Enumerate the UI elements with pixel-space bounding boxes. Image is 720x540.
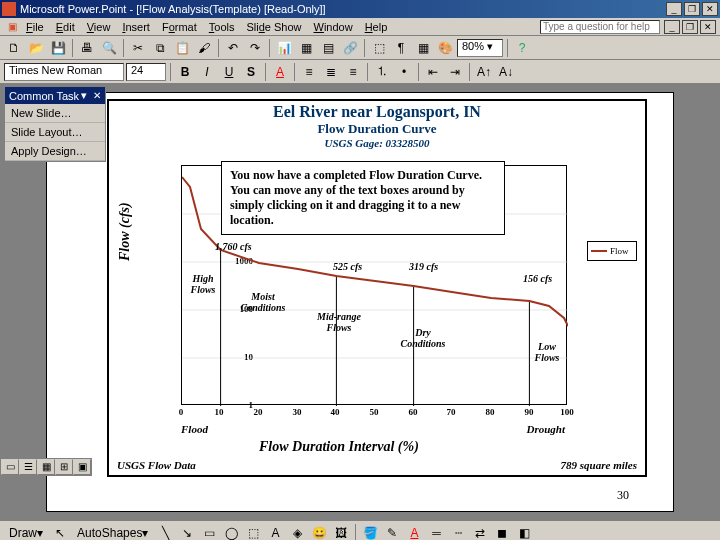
taskpane-slide-layout[interactable]: Slide Layout…	[5, 123, 105, 142]
menu-slideshow[interactable]: Slide Show	[240, 20, 307, 34]
save-icon[interactable]: 💾	[48, 38, 68, 58]
menu-tools[interactable]: Tools	[203, 20, 241, 34]
align-center-icon[interactable]: ≣	[321, 62, 341, 82]
chart-legend: Flow	[587, 241, 637, 261]
menu-insert[interactable]: Insert	[116, 20, 156, 34]
fill-color-icon[interactable]: 🪣	[360, 523, 380, 541]
decrease-font-icon[interactable]: A↓	[496, 62, 516, 82]
slideshow-view-icon[interactable]: ▣	[73, 459, 91, 475]
taskpane-new-slide[interactable]: New Slide…	[5, 104, 105, 123]
3d-icon[interactable]: ◧	[514, 523, 534, 541]
chart-frame[interactable]: Eel River near Logansport, IN Flow Durat…	[107, 99, 647, 477]
slide-canvas[interactable]: Eel River near Logansport, IN Flow Durat…	[46, 92, 674, 512]
decrease-indent-icon[interactable]: ⇤	[423, 62, 443, 82]
bullets-icon[interactable]: •	[394, 62, 414, 82]
shadow-button[interactable]: S	[241, 62, 261, 82]
hyperlink-icon[interactable]: 🔗	[340, 38, 360, 58]
instruction-callout[interactable]: You now have a completed Flow Duration C…	[221, 161, 505, 235]
value-319: 319 cfs	[409, 261, 438, 272]
grid-icon[interactable]: ▦	[413, 38, 433, 58]
workspace: Common Task▾ ✕ New Slide… Slide Layout… …	[0, 84, 720, 520]
chart-icon[interactable]: 📊	[274, 38, 294, 58]
dash-style-icon[interactable]: ┄	[448, 523, 468, 541]
textbox-icon[interactable]: ⬚	[243, 523, 263, 541]
doc-control-icon[interactable]: ▣	[4, 20, 20, 34]
undo-icon[interactable]: ↶	[223, 38, 243, 58]
taskpane-apply-design[interactable]: Apply Design…	[5, 142, 105, 161]
redo-icon[interactable]: ↷	[245, 38, 265, 58]
draw-menu[interactable]: Draw ▾	[4, 523, 48, 541]
table-icon[interactable]: ▦	[296, 38, 316, 58]
show-formatting-icon[interactable]: ¶	[391, 38, 411, 58]
taskpane-header[interactable]: Common Task▾ ✕	[5, 87, 105, 104]
value-525: 525 cfs	[333, 261, 362, 272]
minimize-button[interactable]: _	[666, 2, 682, 16]
doc-minimize-button[interactable]: _	[664, 20, 680, 34]
format-painter-icon[interactable]: 🖌	[194, 38, 214, 58]
increase-indent-icon[interactable]: ⇥	[445, 62, 465, 82]
copy-icon[interactable]: ⧉	[150, 38, 170, 58]
new-icon[interactable]: 🗋	[4, 38, 24, 58]
fontsize-select[interactable]: 24	[126, 63, 166, 81]
xtick-10: 10	[215, 407, 224, 417]
increase-font-icon[interactable]: A↑	[474, 62, 494, 82]
menu-file[interactable]: File	[20, 20, 50, 34]
restore-button[interactable]: ❐	[684, 2, 700, 16]
toolbar-drawing: Draw ▾ ↖ AutoShapes ▾ ╲ ↘ ▭ ◯ ⬚ A ◈ 😀 🖼 …	[0, 520, 720, 540]
taskpane-close-icon[interactable]: ✕	[93, 90, 101, 101]
color-icon[interactable]: 🎨	[435, 38, 455, 58]
print-icon[interactable]: 🖶	[77, 38, 97, 58]
rect-icon[interactable]: ▭	[199, 523, 219, 541]
menu-edit[interactable]: Edit	[50, 20, 81, 34]
numbered-list-icon[interactable]: ⒈	[372, 62, 392, 82]
doc-restore-button[interactable]: ❐	[682, 20, 698, 34]
preview-icon[interactable]: 🔍	[99, 38, 119, 58]
tables-borders-icon[interactable]: ▤	[318, 38, 338, 58]
font-color-draw-icon[interactable]: A	[404, 523, 424, 541]
expand-icon[interactable]: ⬚	[369, 38, 389, 58]
autoshapes-menu[interactable]: AutoShapes ▾	[72, 523, 153, 541]
close-button[interactable]: ✕	[702, 2, 718, 16]
help-search-input[interactable]	[540, 20, 660, 34]
menu-window[interactable]: Window	[308, 20, 359, 34]
xtick-30: 30	[293, 407, 302, 417]
bold-button[interactable]: B	[175, 62, 195, 82]
menu-format[interactable]: Format	[156, 20, 203, 34]
line-icon[interactable]: ╲	[155, 523, 175, 541]
oval-icon[interactable]: ◯	[221, 523, 241, 541]
font-select[interactable]: Times New Roman	[4, 63, 124, 81]
zoom-select[interactable]: 80% ▾	[457, 39, 503, 57]
select-arrow-icon[interactable]: ↖	[50, 523, 70, 541]
label-area: 789 square miles	[561, 459, 637, 471]
menu-view[interactable]: View	[81, 20, 117, 34]
fontcolor-button[interactable]: A	[270, 62, 290, 82]
doc-title: [!Flow Analysis(Template) [Read-Only]]	[136, 3, 326, 15]
line-style-icon[interactable]: ═	[426, 523, 446, 541]
picture-icon[interactable]: 🖼	[331, 523, 351, 541]
region-moist: Moist Conditions	[233, 291, 293, 313]
clipart-icon[interactable]: 😀	[309, 523, 329, 541]
paste-icon[interactable]: 📋	[172, 38, 192, 58]
underline-button[interactable]: U	[219, 62, 239, 82]
region-midrange: Mid-range Flows	[309, 311, 369, 333]
menu-help[interactable]: Help	[359, 20, 394, 34]
shadow-icon[interactable]: ◼	[492, 523, 512, 541]
align-left-icon[interactable]: ≡	[299, 62, 319, 82]
open-icon[interactable]: 📂	[26, 38, 46, 58]
normal-view-icon[interactable]: ▭	[1, 459, 19, 475]
line-color-icon[interactable]: ✎	[382, 523, 402, 541]
slide-view-icon[interactable]: ▦	[37, 459, 55, 475]
cut-icon[interactable]: ✂	[128, 38, 148, 58]
diagram-icon[interactable]: ◈	[287, 523, 307, 541]
sorter-view-icon[interactable]: ⊞	[55, 459, 73, 475]
arrow-icon[interactable]: ↘	[177, 523, 197, 541]
wordart-icon[interactable]: A	[265, 523, 285, 541]
outline-view-icon[interactable]: ☰	[19, 459, 37, 475]
value-156: 156 cfs	[523, 273, 552, 284]
chart-subtitle: Flow Duration Curve	[109, 121, 645, 137]
arrow-style-icon[interactable]: ⇄	[470, 523, 490, 541]
help-icon[interactable]: ?	[512, 38, 532, 58]
italic-button[interactable]: I	[197, 62, 217, 82]
align-right-icon[interactable]: ≡	[343, 62, 363, 82]
doc-close-button[interactable]: ✕	[700, 20, 716, 34]
